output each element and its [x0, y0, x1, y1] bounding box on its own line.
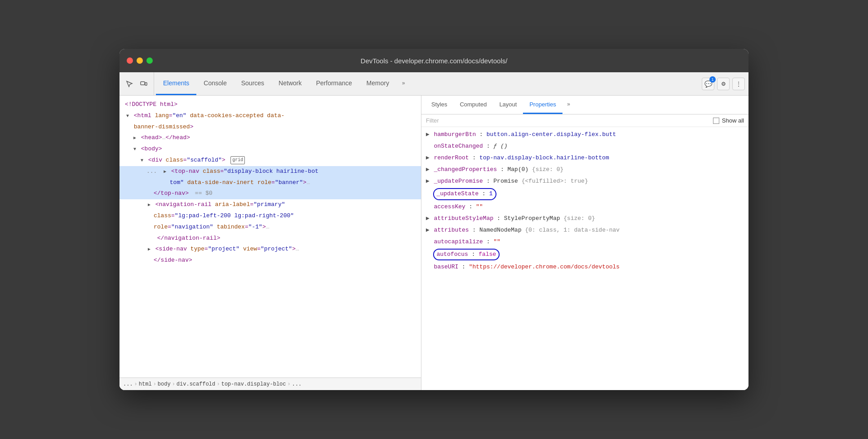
inspect-element-button[interactable] [123, 78, 136, 90]
dom-navrail-class-line: class="lg:pad-left-200 lg:pad-right-200" [120, 211, 421, 222]
tab-console[interactable]: Console [196, 72, 234, 95]
prop-changed-properties[interactable]: ▶ _changedProperties : Map(0) {size: 0} [421, 164, 748, 176]
notification-count: 1 [709, 76, 716, 83]
expand-arrow-icon[interactable]: ▼ [125, 113, 130, 120]
expand-arrow-icon[interactable]: ▶ [146, 202, 152, 209]
dom-sidenav-close-line: </side-nav> [120, 255, 421, 266]
dom-topnav-close-line: </top-nav> == $0 [120, 188, 421, 199]
expand-icon[interactable]: ▶ [426, 178, 430, 184]
titlebar: DevTools - developer.chrome.com/docs/dev… [120, 49, 748, 72]
devtools-window: DevTools - developer.chrome.com/docs/dev… [120, 49, 748, 390]
prop-attributes[interactable]: ▶ attributes : NamedNodeMap {0: class, 1… [421, 224, 748, 236]
elements-panel: <!DOCTYPE html> ▼ <html lang="en" data-c… [120, 96, 421, 390]
window-title: DevTools - developer.chrome.com/docs/dev… [361, 57, 508, 65]
svg-rect-0 [141, 82, 145, 85]
tab-elements[interactable]: Elements [156, 72, 196, 95]
filter-bar: Show all [421, 114, 748, 127]
tab-memory[interactable]: Memory [359, 72, 397, 95]
settings-button[interactable]: ⚙ [717, 78, 730, 90]
toolbar-icon-group [123, 72, 154, 95]
tab-performance[interactable]: Performance [309, 72, 359, 95]
dom-sidenav-line[interactable]: ▶ <side-nav type="project" view="project… [120, 244, 421, 255]
svg-rect-1 [145, 83, 147, 85]
dom-body-line[interactable]: ▼ <body> [120, 144, 421, 155]
dom-div-scaffold-line[interactable]: ▼ <div class="scaffold"> grid [120, 155, 421, 166]
expand-arrow-icon[interactable]: ▶ [146, 246, 152, 253]
breadcrumb-end-ellipsis[interactable]: ... [292, 381, 302, 387]
prop-update-promise[interactable]: ▶ _updatePromise : Promise {<fulfilled>:… [421, 176, 748, 187]
dom-navrail-role-line: role="navigation" tabindex="-1">… [120, 222, 421, 233]
dom-tree[interactable]: <!DOCTYPE html> ▼ <html lang="en" data-c… [120, 96, 421, 378]
expand-arrow-icon[interactable]: ▶ [162, 168, 168, 176]
grid-badge[interactable]: grid [230, 156, 245, 164]
toolbar-right-actions: 💬 1 ⚙ ⋮ [698, 72, 745, 95]
prop-on-state-changed[interactable]: ▶ onStateChanged : ƒ () [421, 140, 748, 152]
breadcrumb-html[interactable]: html [139, 381, 152, 387]
devtools-main: <!DOCTYPE html> ▼ <html lang="en" data-c… [120, 96, 748, 390]
prop-render-root[interactable]: ▶ renderRoot : top-nav.display-block.hai… [421, 152, 748, 164]
traffic-lights [127, 57, 153, 64]
update-state-highlight: _updateState : 1 [433, 188, 496, 200]
show-all-area: Show all [713, 117, 744, 124]
breadcrumb-div-scaffold[interactable]: div.scaffold [177, 381, 215, 387]
prop-base-uri[interactable]: ▶ baseURI : "https://developer.chrome.co… [421, 261, 748, 273]
devtools-toolbar: Elements Console Sources Network Perform… [120, 72, 748, 96]
dom-topnav-selected-line[interactable]: ... ▶ <top-nav class="display-block hair… [120, 166, 421, 177]
devtools-tab-list: Elements Console Sources Network Perform… [156, 72, 698, 95]
dom-navrail-close-line: </navigation-rail> [120, 233, 421, 244]
breadcrumb-ellipsis[interactable]: ... [123, 381, 133, 387]
filter-input[interactable] [426, 117, 709, 124]
tab-network[interactable]: Network [271, 72, 309, 95]
expand-icon[interactable]: ▶ [426, 131, 430, 138]
expand-arrow-icon[interactable]: ▼ [132, 146, 137, 153]
close-button[interactable] [127, 57, 133, 64]
breadcrumb-top-nav[interactable]: top-nav.display-bloc [221, 381, 286, 387]
dom-topnav-selected-line2: tom" data-side-nav-inert role="banner">… [120, 177, 421, 189]
devtools-container: Elements Console Sources Network Perform… [120, 72, 748, 390]
expand-icon[interactable]: ▶ [426, 166, 430, 173]
tab-properties[interactable]: Properties [523, 96, 562, 114]
dom-html-line2: banner-dismissed> [120, 122, 421, 133]
device-toggle-button[interactable] [137, 78, 150, 90]
prop-update-state[interactable]: ▶ _updateState : 1 [421, 187, 748, 201]
expand-arrow-icon[interactable]: ▼ [139, 157, 145, 164]
properties-more-tabs-button[interactable]: » [562, 96, 575, 114]
minimize-button[interactable] [137, 57, 143, 64]
breadcrumb-body[interactable]: body [158, 381, 171, 387]
maximize-button[interactable] [146, 57, 153, 64]
prop-attribute-style-map[interactable]: ▶ attributeStyleMap : StylePropertyMap {… [421, 213, 748, 224]
prop-autofocus[interactable]: ▶ autofocus : false [421, 248, 748, 261]
notifications-button[interactable]: 💬 1 [702, 78, 714, 90]
prop-autocapitalize[interactable]: ▶ autocapitalize : "" [421, 236, 748, 248]
dom-navrail-open-line[interactable]: ▶ <navigation-rail aria-label="primary" [120, 199, 421, 211]
expand-icon[interactable]: ▶ [426, 215, 430, 222]
expand-icon[interactable]: ▶ [426, 154, 430, 161]
gear-icon: ⚙ [721, 81, 726, 87]
tab-computed[interactable]: Computed [453, 96, 493, 114]
more-vertical-icon: ⋮ [736, 81, 741, 87]
prop-access-key[interactable]: ▶ accessKey : "" [421, 201, 748, 213]
more-options-button[interactable]: ⋮ [732, 78, 745, 90]
tab-sources[interactable]: Sources [234, 72, 271, 95]
show-all-checkbox[interactable] [713, 118, 719, 124]
autofocus-highlight: autofocus : false [433, 249, 500, 260]
properties-list: ▶ hamburgerBtn : button.align-center.dis… [421, 127, 748, 390]
properties-panel: Styles Computed Layout Properties » [421, 96, 748, 390]
tab-layout[interactable]: Layout [493, 96, 523, 114]
prop-hamburger-btn[interactable]: ▶ hamburgerBtn : button.align-center.dis… [421, 129, 748, 140]
properties-tab-list: Styles Computed Layout Properties » [421, 96, 748, 114]
dom-head-line[interactable]: ▶ <head>…</head> [120, 132, 421, 144]
show-all-label: Show all [722, 117, 744, 124]
tab-styles[interactable]: Styles [425, 96, 453, 114]
dom-doctype-line: <!DOCTYPE html> [120, 99, 421, 110]
expand-arrow-icon[interactable]: ▶ [132, 135, 137, 142]
expand-icon[interactable]: ▶ [426, 227, 430, 233]
dom-breadcrumb: ... › html › body › div.scaffold › top-n… [120, 378, 421, 390]
dom-html-line[interactable]: ▼ <html lang="en" data-cookies-accepted … [120, 110, 421, 122]
more-tabs-button[interactable]: » [396, 72, 411, 95]
